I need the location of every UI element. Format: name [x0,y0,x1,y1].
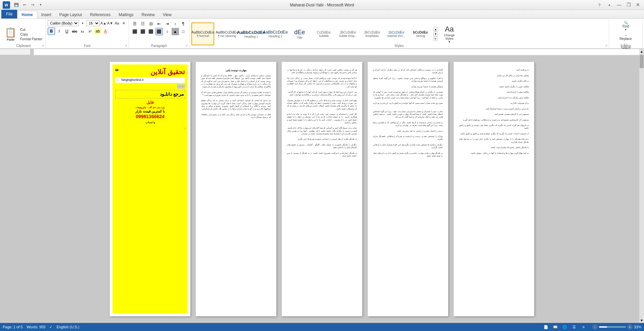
subscript-button[interactable]: x₂ [79,28,86,35]
scroll-up-button[interactable]: ▲ [639,49,644,54]
style-no-spacing[interactable]: AaBbCcDdEe ¶ No Spacing [216,22,238,45]
replace-label: Replace [619,37,632,41]
align-right-button[interactable]: ⬛ [147,28,155,35]
styles-expand-button[interactable]: ≡ [433,36,438,41]
change-styles-button[interactable]: Aa Change Styles ▼ [439,22,459,46]
font-size-select[interactable]: 16 [86,20,100,26]
show-marks-button[interactable]: ¶ [180,20,187,28]
borders-button[interactable]: □ [180,28,187,35]
styles-dialog-launcher[interactable]: ↗ [604,44,608,48]
tab-insert[interactable]: Insert [37,11,55,18]
font-family-select[interactable]: Calibri (Body) [48,20,79,26]
styles-scroll-up[interactable]: ▲ [433,27,438,32]
increase-indent-button[interactable]: ⇥ [164,20,171,28]
clear-format-button[interactable]: ✕ [121,20,127,26]
style-title[interactable]: dEe Title [288,22,311,45]
styles-group: AaBbCcDdEe ¶ Normal AaBbCcDdEe ¶ No Spac… [189,19,609,48]
style-subtle-emphasis[interactable]: 3bCcDdEe Subtle Emp... [336,22,359,45]
undo-button[interactable]: ↩ [21,1,28,9]
page3-body: هر کند و دوست واقعی کسی است که درهمه مرا… [287,68,357,157]
zoom-slider[interactable] [599,326,626,328]
style-no-spacing-label: ¶ No Spacing [218,34,236,38]
scroll-thumb[interactable] [640,55,644,68]
style-subtitle[interactable]: CcDdEe Subtitle [312,22,335,45]
customize-qa-button[interactable]: ▼ [37,1,44,9]
ruler-inner [34,49,644,55]
tab-mailings[interactable]: Mailings [114,11,137,18]
replace-button[interactable]: ↔ Replace [618,33,633,41]
minimize-button[interactable]: — [616,1,623,8]
arrow-img: →→ [177,84,185,89]
full-reading-button[interactable]: 📖 [552,324,559,330]
style-intense-emphasis[interactable]: 1bCcDdEe Intense Em... [385,22,408,45]
scroll-down-button[interactable]: ▼ [639,319,644,322]
zoom-out-button[interactable]: - [592,324,598,330]
style-strong[interactable]: bCcDdEe Strong [409,22,432,45]
change-case-button[interactable]: Aa [114,20,120,26]
tab-references[interactable]: References [86,11,114,18]
highlight-button[interactable]: ab [94,28,101,35]
align-left-button[interactable]: ⬛ [131,28,139,35]
cursor-line: | [115,127,185,130]
paste-button[interactable]: 📋 Paste [3,26,18,42]
styles-scroll: AaBbCcDdEe ¶ Normal AaBbCcDdEe ¶ No Spac… [191,22,432,45]
zoom-in-button[interactable]: + [627,324,633,330]
style-subtle-emp-label: Subtle Emp... [339,34,357,38]
find-icon: 🔍 [624,21,628,25]
numbering-button[interactable]: ☷ [139,20,147,28]
paragraph-dialog-launcher[interactable]: ↗ [184,44,188,48]
shading-button[interactable]: ▲ [172,28,179,35]
draft-button[interactable]: ≡ [580,324,587,330]
tab-view[interactable]: View [159,11,176,18]
sort-button[interactable]: ↕ [172,20,179,28]
style-emphasis[interactable]: 3bCcDdEe Emphasis [361,22,383,45]
language[interactable]: English (U.S.) [56,325,79,329]
page4-body: گفتاری را به دوستی و رفاقت اشخاص کند که … [373,68,443,157]
print-layout-button[interactable]: 📄 [543,324,549,330]
web-layout-button[interactable]: 🌐 [561,324,568,330]
tab-review[interactable]: Review [137,11,158,18]
maximize-button[interactable]: ❐ [625,1,632,8]
spell-check-icon[interactable]: ✓ [49,325,52,329]
vertical-scrollbar[interactable]: ▲ ▼ [639,49,644,323]
word-icon: W [3,1,10,9]
editing-group: 🔍 Find ▼ ↔ Replace ⬚ Select ▼ Editing [609,19,643,48]
underline-button[interactable]: U [63,28,71,35]
outline-button[interactable]: ☰ [571,324,578,330]
font-label: Font [46,44,129,48]
clipboard-dialog-launcher[interactable]: ↗ [41,44,45,48]
decrease-indent-button[interactable]: ⇤ [155,20,163,28]
bullets-button[interactable]: ☰ [131,20,139,28]
close-button[interactable]: ✕ [635,1,641,8]
line-spacing-button[interactable]: ↕ [164,28,171,35]
tab-page-layout[interactable]: Page Layout [55,11,86,18]
justify-button[interactable]: ⬛ [155,28,163,35]
styles-label: Styles [189,44,609,48]
style-no-spacing-preview: AaBbCcDdEe [216,30,238,34]
ribbon-options-button[interactable]: ▲ [606,1,613,9]
styles-scroll-down[interactable]: ▼ [433,32,438,36]
redo-button[interactable]: ↪ [29,1,36,9]
superscript-button[interactable]: x² [86,28,94,35]
copy-button[interactable]: Copy [19,32,43,37]
cut-button[interactable]: Cut [19,28,43,32]
text-color-button[interactable]: A [102,28,109,35]
help-button[interactable]: ? [596,1,603,9]
italic-button[interactable]: I [55,28,63,35]
tab-file[interactable]: File [1,10,17,18]
format-painter-button[interactable]: Format Painter [19,37,43,41]
align-center-button[interactable]: ⬛ [139,28,147,35]
save-button[interactable]: 💾 [13,1,20,9]
strikethrough-button[interactable]: abc [71,28,78,35]
find-button[interactable]: 🔍 Find ▼ [621,20,631,32]
shrink-font-button[interactable]: A▼ [107,20,113,26]
font-dialog-launcher[interactable]: ↗ [124,44,128,48]
tab-home[interactable]: Home [17,11,37,18]
style-heading1[interactable]: AaBbCcDdEe Heading 1 [240,22,263,45]
font-dialog-btn[interactable]: ▼ [80,20,86,26]
bold-button[interactable]: B [48,28,55,35]
style-normal[interactable]: AaBbCcDdEe ¶ Normal [191,22,214,45]
style-heading2[interactable]: AaBbCcDdEe Heading 2 [264,22,287,45]
grow-font-button[interactable]: A▲ [100,20,106,26]
multilevel-list-button[interactable]: ⊟ [147,20,155,28]
